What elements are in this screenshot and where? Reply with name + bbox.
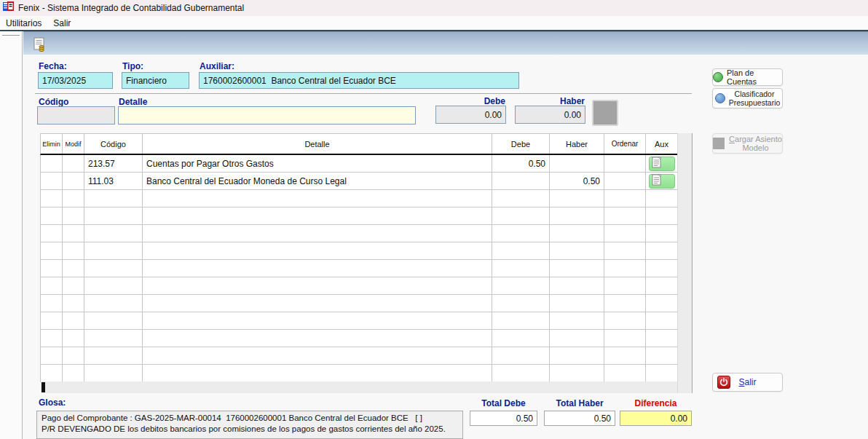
- diferencia-value: 0.00: [620, 411, 692, 426]
- vertical-scrollbar[interactable]: [677, 133, 692, 393]
- cell-haber: [550, 330, 604, 347]
- tipo-input[interactable]: Financiero: [122, 72, 189, 89]
- cell-ordenar: [604, 225, 646, 242]
- cell-ordenar: [604, 295, 646, 312]
- cell-debe: 0.50: [492, 155, 550, 173]
- cell-haber: [550, 260, 604, 277]
- codigo-input[interactable]: [37, 106, 115, 124]
- cell-debe: [492, 190, 550, 207]
- table-row: [41, 330, 678, 347]
- table-row: [41, 312, 678, 330]
- cell-detalle: [143, 295, 492, 312]
- horizontal-scrollbar[interactable]: [41, 381, 677, 393]
- diferencia-label: Diferencia: [620, 398, 692, 408]
- table-row: [41, 242, 678, 260]
- cell-aux: [646, 155, 678, 173]
- total-debe-label: Total Debe: [470, 398, 537, 408]
- cell-detalle: [143, 365, 492, 382]
- cargar-asiento-modelo-button[interactable]: Cargar Asiento Modelo: [712, 133, 783, 154]
- gray-square-button[interactable]: [592, 100, 618, 126]
- cell-haber: [550, 242, 604, 260]
- cell-aux: [646, 347, 678, 365]
- cell-detalle: [143, 347, 492, 365]
- cell-modif: [63, 242, 84, 260]
- cell-modif: [63, 277, 84, 295]
- table-body: 213.57Cuentas por Pagar Otros Gastos0.50…: [40, 155, 692, 382]
- salir-button[interactable]: Salir: [712, 373, 783, 392]
- detalle-label: Detalle: [119, 97, 147, 107]
- cell-debe: [492, 330, 550, 347]
- cell-debe: [492, 295, 550, 312]
- cell-ordenar: [604, 242, 646, 260]
- haber-input[interactable]: 0.00: [515, 106, 585, 124]
- cell-aux: [646, 312, 678, 330]
- cell-codigo: 111.03: [84, 173, 143, 190]
- cell-ordenar: [604, 312, 646, 330]
- cell-modif: [63, 207, 84, 225]
- clasificador-presupuestario-button[interactable]: Clasificador Presupuestario: [712, 88, 783, 108]
- codigo-label: Código: [39, 97, 68, 107]
- form-separator: [35, 93, 692, 94]
- total-haber-label: Total Haber: [544, 398, 615, 408]
- left-panel: [0, 31, 23, 439]
- cell-haber: [550, 347, 604, 365]
- col-codigo: Código: [84, 134, 143, 154]
- cell-elimin: [41, 260, 63, 277]
- total-debe-value: 0.50: [470, 411, 537, 426]
- col-aux: Aux: [646, 134, 678, 154]
- debe-input[interactable]: 0.00: [435, 106, 506, 124]
- cell-debe: [492, 260, 550, 277]
- col-modif: Modif: [63, 134, 84, 154]
- horizontal-scrollbar-thumb[interactable]: [42, 382, 45, 392]
- cell-elimin: [41, 207, 63, 225]
- plan-de-cuentas-button[interactable]: Plan de Cuentas: [712, 68, 783, 86]
- cell-codigo: [84, 312, 143, 330]
- cell-detalle: Banco Central del Ecuador Moneda de Curs…: [143, 173, 492, 190]
- menu-bar: Utilitarios Salir: [0, 16, 868, 30]
- cell-aux: [646, 190, 678, 207]
- table-row: 111.03Banco Central del Ecuador Moneda d…: [41, 173, 678, 190]
- cell-codigo: [84, 295, 143, 312]
- cell-ordenar: [604, 365, 646, 382]
- cell-detalle: [143, 312, 492, 330]
- application-window: Fenix - Sistema Integrado de Contabilida…: [0, 0, 868, 439]
- col-haber: Haber: [550, 134, 604, 154]
- cell-ordenar: [604, 260, 646, 277]
- title-bar: Fenix - Sistema Integrado de Contabilida…: [0, 0, 868, 16]
- table-row: [41, 365, 678, 382]
- cell-codigo: [84, 347, 143, 365]
- table-row: [41, 190, 678, 207]
- cell-ordenar: [604, 347, 646, 365]
- blue-sphere-icon: [715, 93, 725, 103]
- app-icon: [3, 1, 15, 15]
- table-row: [41, 347, 678, 365]
- glosa-line1: Pago del Comprobante : GAS-2025-MAR-0001…: [42, 413, 458, 424]
- cargar-label-line2: Modelo: [729, 143, 782, 152]
- menu-utilitarios[interactable]: Utilitarios: [0, 17, 47, 30]
- menu-salir[interactable]: Salir: [47, 17, 76, 30]
- aux-button[interactable]: [649, 157, 675, 171]
- cell-codigo: [84, 330, 143, 347]
- aux-button[interactable]: [649, 174, 675, 189]
- cell-modif: [63, 190, 84, 207]
- total-haber-value: 0.50: [544, 411, 615, 426]
- document-coins-icon: [32, 37, 47, 55]
- detalle-input[interactable]: [118, 106, 416, 124]
- glosa-line2: P/R DEVENGADO DE los debitos bancarios p…: [42, 424, 458, 435]
- cell-haber: [550, 295, 604, 312]
- mdi-caption-bar: [23, 31, 868, 55]
- auxiliar-input[interactable]: 1760002600001 Banco Central del Ecuador …: [199, 72, 519, 89]
- col-elimin: Elimin: [41, 134, 63, 154]
- cell-detalle: [143, 207, 492, 225]
- glosa-textbox[interactable]: Pago del Comprobante : GAS-2025-MAR-0001…: [36, 411, 463, 439]
- cell-codigo: 213.57: [84, 155, 143, 173]
- col-debe: Debe: [492, 134, 550, 154]
- cell-haber: [550, 312, 604, 330]
- cell-modif: [63, 173, 84, 190]
- cell-debe: [492, 277, 550, 295]
- fecha-input[interactable]: 17/03/2025: [38, 72, 113, 89]
- table-row: [41, 225, 678, 242]
- clasificador-label-line1: Clasificador: [729, 90, 781, 98]
- table-header-row: Elimin Modif Código Detalle Debe Haber O…: [40, 133, 677, 155]
- splitter-grip[interactable]: [2, 35, 20, 36]
